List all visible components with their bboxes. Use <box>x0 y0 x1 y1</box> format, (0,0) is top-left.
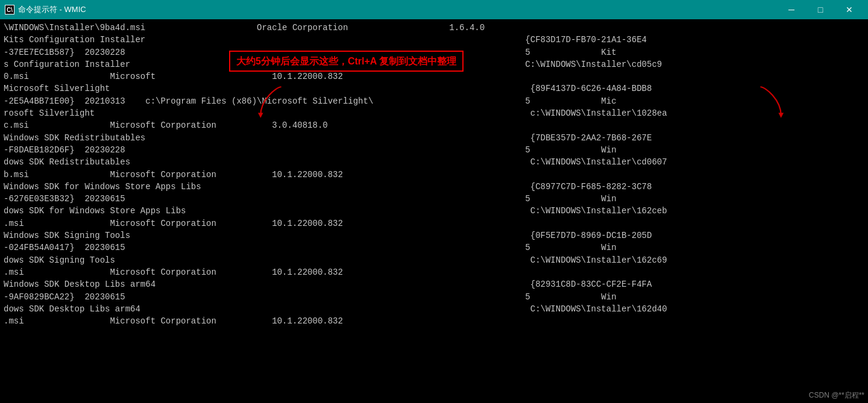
annotation-box: 大约5分钟后会显示这些，Ctrl+A 复制到文档中整理 <box>229 51 464 72</box>
terminal-body[interactable]: 大约5分钟后会显示这些，Ctrl+A 复制到文档中整理 \WINDOWS\Ins… <box>0 19 868 403</box>
title-bar: C\ 命令提示符 - WMIC ─ □ ✕ <box>0 0 868 19</box>
arrow-left-icon <box>252 84 300 120</box>
svg-marker-0 <box>258 113 263 118</box>
cmd-icon: C\ <box>5 5 14 14</box>
close-button[interactable]: ✕ <box>835 1 863 18</box>
title-bar-left: C\ 命令提示符 - WMIC <box>5 4 86 15</box>
watermark: CSDN @**启程** <box>809 390 864 401</box>
annotation-text: 大约5分钟后会显示这些，Ctrl+A 复制到文档中整理 <box>236 56 456 66</box>
minimize-button[interactable]: ─ <box>778 1 805 18</box>
window-title: 命令提示符 - WMIC <box>18 4 86 15</box>
cmd-window: C\ 命令提示符 - WMIC ─ □ ✕ 大约5分钟后会显示这些，Ctrl+A… <box>0 0 868 403</box>
maximize-button[interactable]: □ <box>807 1 834 18</box>
svg-marker-1 <box>778 113 784 118</box>
arrow-right-icon <box>741 84 790 120</box>
window-controls: ─ □ ✕ <box>778 1 863 18</box>
